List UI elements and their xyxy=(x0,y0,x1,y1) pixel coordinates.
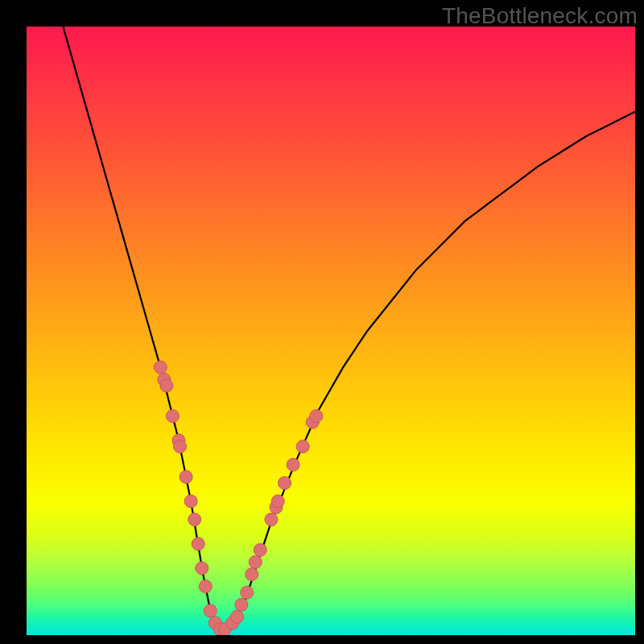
data-point xyxy=(249,555,262,568)
data-point xyxy=(287,458,299,471)
data-point xyxy=(231,610,244,623)
data-point xyxy=(166,410,179,423)
data-point xyxy=(180,470,192,483)
data-point xyxy=(279,477,291,489)
data-point xyxy=(192,538,204,551)
data-point xyxy=(265,513,278,526)
data-point xyxy=(196,562,208,575)
data-point xyxy=(199,580,212,593)
watermark-text: TheBottleneck.com xyxy=(442,3,638,29)
bottleneck-curve xyxy=(63,27,635,629)
data-point xyxy=(204,605,217,617)
data-point xyxy=(154,361,167,374)
data-points-group xyxy=(154,361,323,635)
data-point xyxy=(296,440,309,453)
data-point xyxy=(188,513,201,526)
data-point xyxy=(235,598,248,611)
data-point xyxy=(246,568,258,580)
data-point xyxy=(271,495,284,508)
chart-overlay xyxy=(27,27,635,635)
data-point xyxy=(184,495,197,508)
data-point xyxy=(254,543,266,556)
data-point xyxy=(160,379,173,392)
data-point xyxy=(241,586,254,599)
chart-frame: TheBottleneck.com xyxy=(0,0,644,644)
data-point xyxy=(174,440,187,453)
data-point xyxy=(310,410,323,423)
